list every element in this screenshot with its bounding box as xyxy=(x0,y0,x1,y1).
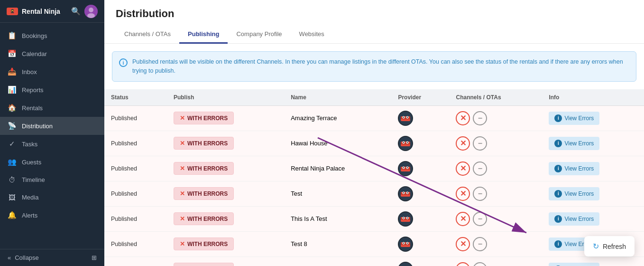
svg-point-45 xyxy=(398,262,413,266)
cell-info: i View Errors xyxy=(542,181,644,206)
svg-rect-12 xyxy=(401,142,410,144)
sidebar-item-calendar[interactable]: 📅 Calendar xyxy=(0,45,104,63)
sidebar-item-inbox[interactable]: 📥 Inbox xyxy=(0,63,104,81)
sidebar-item-timeline[interactable]: ⏱ Timeline xyxy=(0,171,104,189)
table-container: Status Publish Name Provider Channels / … xyxy=(104,89,644,266)
col-provider: Provider xyxy=(391,89,449,106)
sidebar-item-distribution[interactable]: 📡 Distribution xyxy=(0,117,104,135)
sidebar-item-label: Timeline xyxy=(22,176,45,183)
svg-point-44 xyxy=(407,242,408,243)
svg-rect-19 xyxy=(401,168,410,170)
refresh-icon: ↻ xyxy=(593,242,599,251)
cell-provider xyxy=(391,156,449,181)
view-errors-button[interactable]: i View Errors xyxy=(549,187,599,200)
view-errors-info-icon: i xyxy=(554,190,562,198)
channel-x-icon: ✕ xyxy=(456,111,470,125)
svg-point-29 xyxy=(403,192,404,193)
tab-channels[interactable]: Channels / OTAs xyxy=(116,26,179,44)
sidebar-item-rentals[interactable]: 🏠 Rentals xyxy=(0,99,104,117)
cell-publish: ✕ WITH ERRORS xyxy=(167,206,284,231)
sidebar-item-label: Reports xyxy=(22,86,44,94)
view-errors-button[interactable]: i View Errors xyxy=(549,137,599,150)
tabs: Channels / OTAs Publishing Company Profi… xyxy=(116,26,633,43)
sidebar-item-label: Bookings xyxy=(22,32,47,39)
sidebar-item-guests[interactable]: 👥 Guests xyxy=(0,153,104,171)
table-row: Published ✕ WITH ERRORS Rental Ninja Pal… xyxy=(104,156,644,181)
col-channels: Channels / OTAs xyxy=(449,89,542,106)
rental-name: Test 8 xyxy=(291,240,307,247)
svg-rect-5 xyxy=(401,117,410,119)
sidebar-item-tasks[interactable]: ✓ Tasks xyxy=(0,135,104,153)
sidebar-item-media[interactable]: 🖼 Media xyxy=(0,189,104,206)
with-errors-button[interactable]: ✕ WITH ERRORS xyxy=(174,162,234,175)
error-x-icon: ✕ xyxy=(180,240,185,247)
avatar[interactable] xyxy=(84,5,98,18)
guests-icon: 👥 xyxy=(8,158,16,166)
cell-info: i View Errors xyxy=(542,156,644,181)
channel-icons: ✕ − xyxy=(456,262,535,266)
view-errors-label: View Errors xyxy=(564,165,594,172)
sidebar-item-reports[interactable]: 📊 Reports xyxy=(0,81,104,99)
publishing-table: Status Publish Name Provider Channels / … xyxy=(104,89,644,266)
view-errors-button[interactable]: i View Errors xyxy=(549,263,599,266)
refresh-popup[interactable]: ↻ Refresh xyxy=(584,236,635,256)
svg-point-2 xyxy=(87,13,95,18)
sidebar-header: 🥷 Rental Ninja 🔍 xyxy=(0,0,104,23)
info-icon: i xyxy=(119,58,128,67)
cell-name: Hawai House xyxy=(284,131,391,156)
bookings-icon: 📋 xyxy=(8,31,16,40)
svg-point-36 xyxy=(403,217,404,218)
brand: 🥷 Rental Ninja xyxy=(7,8,60,15)
provider-avatar xyxy=(398,136,413,151)
with-errors-button[interactable]: ✕ WITH ERRORS xyxy=(174,238,234,250)
with-errors-button[interactable]: ✕ WITH ERRORS xyxy=(174,112,234,124)
error-x-icon: ✕ xyxy=(180,140,185,147)
cell-publish: ✕ WITH ERRORS xyxy=(167,131,284,156)
view-errors-button[interactable]: i View Errors xyxy=(549,212,599,226)
cell-provider xyxy=(391,231,449,256)
channel-minus-icon: − xyxy=(473,262,487,266)
with-errors-button[interactable]: ✕ WITH ERRORS xyxy=(174,187,234,200)
status-value: Published xyxy=(111,140,137,147)
cell-status: Published xyxy=(104,156,167,181)
svg-point-16 xyxy=(407,142,408,142)
sidebar-item-bookings[interactable]: 📋 Bookings xyxy=(0,27,104,45)
channel-minus-icon: − xyxy=(473,162,487,176)
tab-websites[interactable]: Websites xyxy=(291,26,333,44)
view-errors-button[interactable]: i View Errors xyxy=(549,162,599,175)
cell-publish: ✕ WITH ERRORS xyxy=(167,156,284,181)
cell-provider xyxy=(391,105,449,131)
with-errors-button[interactable]: ✕ WITH ERRORS xyxy=(174,263,234,266)
svg-point-15 xyxy=(403,142,404,142)
page-header: Distribution Channels / OTAs Publishing … xyxy=(104,0,644,44)
tab-publishing[interactable]: Publishing xyxy=(179,26,228,44)
channel-x-icon: ✕ xyxy=(456,212,470,226)
with-errors-button[interactable]: ✕ WITH ERRORS xyxy=(174,212,234,225)
rental-name: Amazing Terrace xyxy=(291,114,337,122)
main-wrapper: Distribution Channels / OTAs Publishing … xyxy=(104,0,644,266)
table-row: Published ✕ WITH ERRORS Amazing Terrace xyxy=(104,105,644,131)
status-value: Published xyxy=(111,241,137,247)
provider-avatar xyxy=(398,186,413,201)
view-errors-info-icon: i xyxy=(554,114,562,122)
sidebar-item-alerts[interactable]: 🔔 Alerts xyxy=(0,206,104,224)
tab-company[interactable]: Company Profile xyxy=(228,26,290,44)
channel-icons: ✕ − xyxy=(456,212,535,226)
distribution-icon: 📡 xyxy=(8,122,16,130)
cell-publish: ✕ WITH ERRORS xyxy=(167,181,284,206)
table-row: Published ✕ WITH ERRORS Hawai House xyxy=(104,131,644,156)
channel-icons: ✕ − xyxy=(456,187,535,201)
content-area: i Published rentals will be visible on t… xyxy=(104,44,644,266)
search-button[interactable]: 🔍 xyxy=(71,7,81,16)
cell-status: Published xyxy=(104,105,167,131)
cell-name: This Is Test xyxy=(284,256,391,266)
provider-avatar xyxy=(398,237,413,252)
with-errors-button[interactable]: ✕ WITH ERRORS xyxy=(174,137,234,150)
cell-channels: ✕ − xyxy=(449,105,542,131)
channel-icons: ✕ − xyxy=(456,136,535,151)
channel-x-icon: ✕ xyxy=(456,262,470,266)
sidebar-item-label: Guests xyxy=(22,159,41,166)
sidebar-item-label: Inbox xyxy=(22,68,37,76)
view-errors-button[interactable]: i View Errors xyxy=(549,112,599,125)
collapse-button[interactable]: « Collapse ⊞ xyxy=(0,249,104,266)
